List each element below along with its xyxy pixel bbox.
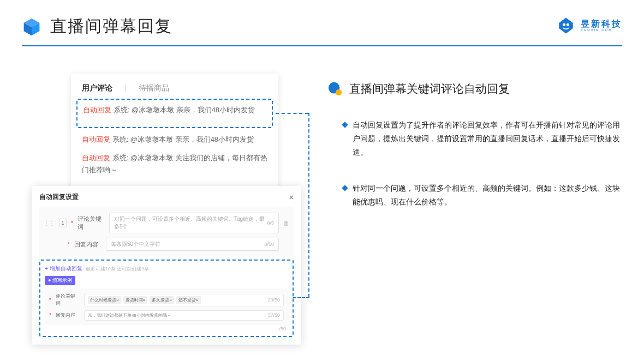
ex-keyword-label: 评论关键词 <box>56 293 80 307</box>
tab-separator: | <box>124 83 127 93</box>
bullet-text: 自动回复设置为了提升作者的评论回复效率，作者可在开播前针对常见的评论用户问题，提… <box>353 118 622 160</box>
cube-logo-icon <box>22 17 41 37</box>
chat-bubble-icon <box>327 81 343 96</box>
auto-reply-tag: 自动回复 <box>82 154 110 162</box>
auto-reply-tag: 自动回复 <box>83 106 111 114</box>
rule-block: ⋮⋮ 1 * 评论关键词 对同一个问题，可设置多个相近、高频的关键词。Tag确定… <box>39 207 294 256</box>
tab-products[interactable]: 待播商品 <box>139 83 169 93</box>
required-dot: * <box>49 312 51 318</box>
outer-count: /50 <box>45 325 288 331</box>
svg-point-4 <box>567 23 569 26</box>
svg-point-6 <box>336 89 342 95</box>
comment-text: 系统: @冰墩墩本墩 亲亲，我们48小时内发货 <box>111 106 255 114</box>
tabs: 用户评论 | 待播商品 <box>82 83 267 93</box>
close-icon[interactable]: × <box>289 193 294 202</box>
brand-icon <box>557 16 575 35</box>
keyword-label: 评论关键词 <box>77 215 105 231</box>
tab-user-comments[interactable]: 用户评论 <box>82 83 112 93</box>
auto-reply-tag: 自动回复 <box>82 135 110 143</box>
page-title: 直播间弹幕回复 <box>50 15 172 38</box>
add-note: 最多可建10条 还可以创建9条 <box>86 266 150 272</box>
comment-text: 系统: @冰墩墩本墩 亲亲，我们48小时内发货 <box>110 135 254 143</box>
ex-content-text[interactable]: 亲，我们这边都是下单48小时内发货的哦～37/50 <box>84 310 284 321</box>
rule-index: 1 <box>59 219 67 227</box>
brand-name: 昱新科技 <box>581 20 622 28</box>
brand: 昱新科技 YUUXIN.COM <box>557 16 622 35</box>
highlighted-comment: 自动回复 系统: @冰墩墩本墩 亲亲，我们48小时内发货 <box>76 99 273 128</box>
svg-point-3 <box>563 23 565 26</box>
diamond-icon <box>342 185 348 191</box>
example-badge: ● 填写示例 <box>45 276 75 285</box>
chip: 多久发货× <box>150 296 174 304</box>
add-rule-link[interactable]: + 增加自动回复 <box>45 266 82 272</box>
chip: 发货时间× <box>123 296 148 304</box>
chip: 还不发货× <box>176 296 201 304</box>
comment-item: 自动回复 系统: @冰墩墩本墩 亲亲，我们48小时内发货 <box>82 134 267 146</box>
bullet-item: 针对同一个问题，可设置多个相近的、高频的关键词。例如：这款多少钱、这块能优惠吗、… <box>343 182 622 209</box>
bullet-text: 针对同一个问题，可设置多个相近的、高频的关键词。例如：这款多少钱、这块能优惠吗、… <box>353 182 622 209</box>
page-header: 直播间弹幕回复 <box>0 0 644 38</box>
drag-handle-icon[interactable]: ⋮⋮ <box>44 220 55 226</box>
content-input[interactable]: 每条限50个中文字符0/50 <box>106 238 279 251</box>
example-group: + 增加自动回复最多可建10条 还可以创建9条 ● 填写示例 * 评论关键词 什… <box>39 260 294 337</box>
left-panels: 用户评论 | 待播商品 自动回复 系统: @冰墩墩本墩 亲亲，我们48小时内发货… <box>22 74 306 231</box>
connector-line <box>276 113 308 114</box>
right-text: 直播间弹幕关键词评论自动回复 自动回复设置为了提升作者的评论回复效率，作者可在开… <box>327 74 622 231</box>
connector-line <box>293 297 309 298</box>
trash-icon[interactable]: 🗑 <box>283 220 289 226</box>
content-label: 回复内容 <box>74 240 102 249</box>
ex-keyword-chips[interactable]: 什么时候发货× 发货时间× 多久发货× 还不发货× 20/50 <box>84 294 284 306</box>
chip: 什么时候发货× <box>88 296 121 304</box>
keyword-input[interactable]: 对同一个问题，可设置多个相近、高频的关键词。Tag确定，最多5个0/5 <box>109 213 279 233</box>
diamond-icon <box>342 122 348 128</box>
ex-content-label: 回复内容 <box>56 312 80 319</box>
required-dot: * <box>49 297 51 303</box>
feature-title: 直播间弹幕关键词评论自动回复 <box>349 81 510 96</box>
modal-title: 自动回复设置 <box>39 192 79 202</box>
comment-item: 自动回复 系统: @冰墩墩本墩 关注我们的店铺，每日都有热门推荐哟～ <box>82 152 267 176</box>
required-dot: * <box>71 220 73 226</box>
connector-line <box>308 113 309 297</box>
settings-modal: 自动回复设置 × ⋮⋮ 1 * 评论关键词 对同一个问题，可设置多个相近、高频的… <box>32 186 301 345</box>
brand-subtitle: YUUXIN.COM <box>581 28 622 32</box>
bullet-item: 自动回复设置为了提升作者的评论回复效率，作者可在开播前针对常见的评论用户问题，提… <box>343 118 622 160</box>
required-dot: * <box>68 242 70 248</box>
